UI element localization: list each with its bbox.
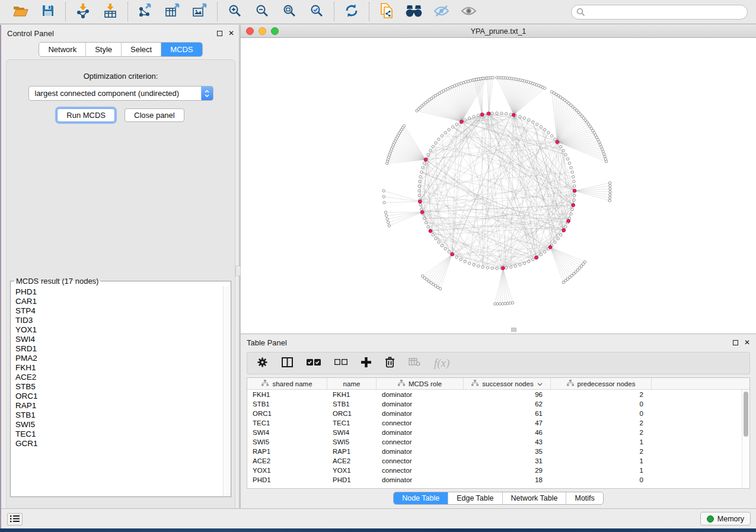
mcds-list-item[interactable]: YOX1	[15, 325, 222, 335]
mcds-list-item[interactable]: FKH1	[15, 363, 222, 373]
hierarchy-icon	[261, 380, 269, 387]
table-row[interactable]: STB1STB1dominator620	[247, 399, 742, 409]
table-cell: 2	[551, 429, 652, 436]
mcds-list-item[interactable]: SWI4	[15, 335, 222, 344]
table-scrollbar[interactable]	[742, 390, 749, 488]
delete-table-button[interactable]	[409, 358, 420, 368]
apply-function-button[interactable]: f(x)	[434, 357, 449, 370]
table-cell: RAP1	[247, 448, 327, 455]
node-table: shared namenameMCDS rolesuccessor nodesp…	[247, 377, 750, 489]
delete-column-button[interactable]	[385, 356, 395, 370]
select-all-button[interactable]	[307, 358, 321, 368]
mcds-list-item[interactable]: STP4	[15, 306, 222, 316]
mcds-list-item[interactable]: ORC1	[15, 392, 222, 401]
tab-select[interactable]: Select	[121, 43, 161, 56]
mcds-list-item[interactable]: STB1	[15, 411, 222, 420]
tab-network[interactable]: Network	[39, 43, 85, 56]
mcds-list-item[interactable]: SWI5	[15, 420, 222, 430]
table-cell: TEC1	[247, 419, 327, 427]
table-settings-button[interactable]	[257, 357, 268, 370]
column-header-name[interactable]: name	[327, 378, 377, 389]
zoom-selected-button[interactable]	[308, 3, 326, 21]
close-panel-button[interactable]: Close panel	[125, 108, 184, 122]
mcds-list-item[interactable]: ACE2	[15, 373, 222, 382]
export-network-button[interactable]	[136, 3, 154, 21]
refresh-view-button[interactable]	[343, 3, 361, 21]
mcds-list-item[interactable]: TID3	[15, 316, 222, 325]
column-header-predecessor-nodes[interactable]: predecessor nodes	[551, 378, 652, 389]
import-table-button[interactable]	[101, 3, 119, 21]
binoculars-icon	[405, 4, 423, 20]
zoom-out-button[interactable]	[253, 3, 271, 21]
tab-edge-table[interactable]: Edge Table	[448, 492, 502, 504]
memory-status-icon	[707, 515, 714, 523]
mcds-list-item[interactable]: GCR1	[15, 439, 222, 448]
export-image-button[interactable]	[191, 3, 209, 21]
close-panel-icon[interactable]: ✕	[228, 31, 234, 36]
float-panel-icon[interactable]	[217, 31, 222, 36]
float-table-panel-icon[interactable]	[733, 340, 738, 345]
tab-style[interactable]: Style	[85, 43, 121, 56]
open-file-button[interactable]	[12, 3, 30, 21]
mcds-list-item[interactable]: PHD1	[15, 287, 222, 297]
close-table-panel-icon[interactable]: ✕	[744, 340, 750, 345]
table-cell: RAP1	[327, 448, 377, 455]
column-header-successor-nodes[interactable]: successor nodes	[464, 378, 551, 389]
table-toolbar: f(x)	[247, 352, 750, 374]
table-cell: 46	[464, 429, 551, 436]
tab-motifs[interactable]: Motifs	[566, 492, 602, 504]
table-row[interactable]: YOX1YOX1connector291	[247, 466, 742, 475]
mcds-result-group: MCDS result (17 nodes) PHD1CAR1STP4TID3Y…	[10, 277, 231, 497]
gear-icon	[257, 357, 268, 370]
find-button[interactable]	[405, 3, 423, 21]
export-table-button[interactable]	[164, 3, 181, 21]
table-row[interactable]: SWI4SWI4dominator462	[247, 428, 742, 437]
table-scrollbar-thumb[interactable]	[744, 392, 748, 437]
memory-button[interactable]: Memory	[700, 512, 751, 525]
eye-slash-icon	[433, 5, 449, 20]
table-row[interactable]: SWI5SWI5connector431	[247, 437, 742, 447]
zoom-in-button[interactable]	[226, 3, 244, 21]
tab-network-table[interactable]: Network Table	[502, 492, 566, 504]
column-header-filler	[652, 378, 749, 389]
table-row[interactable]: TEC1TEC1connector472	[247, 418, 742, 428]
table-row[interactable]: RAP1RAP1dominator352	[247, 447, 742, 456]
table-row[interactable]: ORC1ORC1dominator610	[247, 409, 742, 418]
mcds-list-item[interactable]: CAR1	[15, 297, 222, 306]
import-network-button[interactable]	[74, 3, 92, 21]
canvas-resize-grip[interactable]	[511, 328, 516, 332]
tab-mcds[interactable]: MCDS	[161, 43, 202, 56]
search-input[interactable]	[571, 5, 748, 20]
save-session-button[interactable]	[39, 3, 57, 21]
tab-node-table[interactable]: Node Table	[394, 492, 448, 504]
mcds-list-item[interactable]: TEC1	[15, 430, 222, 439]
run-mcds-button[interactable]: Run MCDS	[57, 108, 115, 122]
zoom-fit-button[interactable]	[280, 3, 298, 21]
table-cell: STB1	[327, 400, 377, 408]
criterion-select[interactable]: largest connected component (undirected)	[28, 86, 213, 101]
show-columns-button[interactable]	[282, 357, 293, 370]
clone-network-button[interactable]	[378, 3, 395, 21]
column-header-shared-name[interactable]: shared name	[247, 378, 327, 389]
table-cell: 62	[464, 400, 551, 408]
mcds-list-item[interactable]: RAP1	[15, 401, 222, 411]
show-all-button[interactable]	[460, 3, 477, 21]
network-canvas[interactable]	[241, 38, 756, 334]
add-column-button[interactable]	[361, 357, 371, 370]
network-window-titlebar[interactable]: YPA_prune.txt_1	[241, 25, 756, 38]
mcds-list-item[interactable]: PMA2	[15, 354, 222, 363]
show-panels-button[interactable]	[7, 513, 23, 525]
table-cell: 29	[464, 467, 551, 474]
mcds-list-item[interactable]: SRD1	[15, 344, 222, 354]
deselect-all-button[interactable]	[334, 358, 347, 368]
mcds-list-scrollbar[interactable]	[223, 286, 230, 496]
mcds-list-item[interactable]: STB5	[15, 382, 222, 392]
table-row[interactable]: PHD1PHD1dominator180	[247, 475, 742, 485]
table-row[interactable]: ACE2ACE2connector311	[247, 456, 742, 466]
column-header-MCDS-role[interactable]: MCDS role	[377, 378, 464, 389]
table-cell: TEC1	[327, 419, 377, 427]
hide-selected-button[interactable]	[432, 3, 450, 21]
table-cell: STB1	[247, 400, 327, 408]
table-row[interactable]: FKH1FKH1dominator962	[247, 390, 742, 399]
panel-divider-grip[interactable]	[235, 265, 241, 276]
